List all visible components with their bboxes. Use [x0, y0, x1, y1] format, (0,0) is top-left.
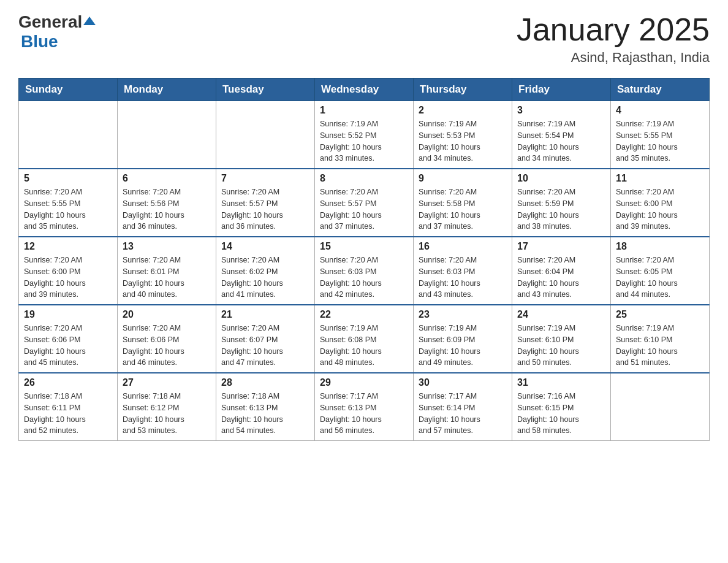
calendar-day-cell: 21Sunrise: 7:20 AMSunset: 6:07 PMDayligh…	[216, 305, 315, 373]
calendar-day-cell: 14Sunrise: 7:20 AMSunset: 6:02 PMDayligh…	[216, 237, 315, 305]
calendar-day-cell: 15Sunrise: 7:20 AMSunset: 6:03 PMDayligh…	[315, 237, 414, 305]
day-number: 9	[419, 173, 507, 184]
day-info: Sunrise: 7:20 AMSunset: 5:59 PMDaylight:…	[517, 186, 605, 232]
day-info: Sunrise: 7:20 AMSunset: 5:56 PMDaylight:…	[123, 186, 211, 232]
calendar-day-cell: 4Sunrise: 7:19 AMSunset: 5:55 PMDaylight…	[611, 101, 710, 169]
day-info: Sunrise: 7:19 AMSunset: 6:10 PMDaylight:…	[517, 323, 605, 369]
calendar-day-cell: 26Sunrise: 7:18 AMSunset: 6:11 PMDayligh…	[19, 373, 118, 441]
day-info: Sunrise: 7:20 AMSunset: 5:57 PMDaylight:…	[221, 186, 309, 232]
calendar-week-row: 12Sunrise: 7:20 AMSunset: 6:00 PMDayligh…	[19, 237, 710, 305]
calendar-header-thursday: Thursday	[414, 79, 512, 101]
month-title: January 2025	[517, 12, 710, 47]
day-number: 11	[616, 173, 704, 184]
day-number: 27	[123, 377, 211, 388]
calendar-day-cell: 31Sunrise: 7:16 AMSunset: 6:15 PMDayligh…	[512, 373, 611, 441]
day-number: 18	[616, 241, 704, 252]
calendar-day-cell: 16Sunrise: 7:20 AMSunset: 6:03 PMDayligh…	[414, 237, 512, 305]
calendar-day-cell: 30Sunrise: 7:17 AMSunset: 6:14 PMDayligh…	[414, 373, 512, 441]
day-number: 2	[419, 105, 507, 116]
calendar-week-row: 26Sunrise: 7:18 AMSunset: 6:11 PMDayligh…	[19, 373, 710, 441]
calendar-day-cell: 27Sunrise: 7:18 AMSunset: 6:12 PMDayligh…	[118, 373, 216, 441]
calendar-day-cell: 7Sunrise: 7:20 AMSunset: 5:57 PMDaylight…	[216, 169, 315, 237]
day-info: Sunrise: 7:17 AMSunset: 6:13 PMDaylight:…	[320, 391, 408, 437]
day-number: 5	[24, 173, 112, 184]
day-info: Sunrise: 7:19 AMSunset: 5:53 PMDaylight:…	[419, 118, 507, 164]
calendar-day-cell: 3Sunrise: 7:19 AMSunset: 5:54 PMDaylight…	[512, 101, 611, 169]
calendar-day-cell	[216, 101, 315, 169]
calendar-header-friday: Friday	[512, 79, 611, 101]
day-info: Sunrise: 7:20 AMSunset: 6:04 PMDaylight:…	[517, 255, 605, 301]
calendar-day-cell	[118, 101, 216, 169]
calendar-day-cell: 23Sunrise: 7:19 AMSunset: 6:09 PMDayligh…	[414, 305, 512, 373]
page-header: General Blue January 2025 Asind, Rajasth…	[18, 12, 710, 66]
day-number: 10	[517, 173, 605, 184]
day-info: Sunrise: 7:19 AMSunset: 5:52 PMDaylight:…	[320, 118, 408, 164]
day-number: 7	[221, 173, 309, 184]
calendar-day-cell: 18Sunrise: 7:20 AMSunset: 6:05 PMDayligh…	[611, 237, 710, 305]
logo: General Blue	[18, 12, 96, 52]
calendar: SundayMondayTuesdayWednesdayThursdayFrid…	[18, 78, 710, 441]
day-info: Sunrise: 7:20 AMSunset: 5:58 PMDaylight:…	[419, 186, 507, 232]
calendar-day-cell: 22Sunrise: 7:19 AMSunset: 6:08 PMDayligh…	[315, 305, 414, 373]
calendar-day-cell: 19Sunrise: 7:20 AMSunset: 6:06 PMDayligh…	[19, 305, 118, 373]
calendar-day-cell: 13Sunrise: 7:20 AMSunset: 6:01 PMDayligh…	[118, 237, 216, 305]
day-number: 12	[24, 241, 112, 252]
calendar-week-row: 1Sunrise: 7:19 AMSunset: 5:52 PMDaylight…	[19, 101, 710, 169]
logo-general: General	[18, 12, 82, 32]
calendar-week-row: 19Sunrise: 7:20 AMSunset: 6:06 PMDayligh…	[19, 305, 710, 373]
day-number: 30	[419, 377, 507, 388]
day-info: Sunrise: 7:16 AMSunset: 6:15 PMDaylight:…	[517, 391, 605, 437]
location: Asind, Rajasthan, India	[517, 50, 710, 66]
day-number: 25	[616, 309, 704, 320]
day-info: Sunrise: 7:20 AMSunset: 6:00 PMDaylight:…	[24, 255, 112, 301]
day-info: Sunrise: 7:17 AMSunset: 6:14 PMDaylight:…	[419, 391, 507, 437]
day-info: Sunrise: 7:19 AMSunset: 5:55 PMDaylight:…	[616, 118, 704, 164]
calendar-day-cell: 2Sunrise: 7:19 AMSunset: 5:53 PMDaylight…	[414, 101, 512, 169]
day-info: Sunrise: 7:20 AMSunset: 6:03 PMDaylight:…	[419, 255, 507, 301]
day-info: Sunrise: 7:20 AMSunset: 5:57 PMDaylight:…	[320, 186, 408, 232]
day-number: 22	[320, 309, 408, 320]
calendar-day-cell: 5Sunrise: 7:20 AMSunset: 5:55 PMDaylight…	[19, 169, 118, 237]
calendar-day-cell: 9Sunrise: 7:20 AMSunset: 5:58 PMDaylight…	[414, 169, 512, 237]
calendar-day-cell: 20Sunrise: 7:20 AMSunset: 6:06 PMDayligh…	[118, 305, 216, 373]
calendar-day-cell: 1Sunrise: 7:19 AMSunset: 5:52 PMDaylight…	[315, 101, 414, 169]
day-number: 24	[517, 309, 605, 320]
day-number: 17	[517, 241, 605, 252]
day-info: Sunrise: 7:20 AMSunset: 6:07 PMDaylight:…	[221, 323, 309, 369]
day-info: Sunrise: 7:20 AMSunset: 6:05 PMDaylight:…	[616, 255, 704, 301]
calendar-day-cell: 17Sunrise: 7:20 AMSunset: 6:04 PMDayligh…	[512, 237, 611, 305]
day-info: Sunrise: 7:20 AMSunset: 6:02 PMDaylight:…	[221, 255, 309, 301]
day-number: 14	[221, 241, 309, 252]
day-info: Sunrise: 7:20 AMSunset: 6:01 PMDaylight:…	[123, 255, 211, 301]
day-number: 15	[320, 241, 408, 252]
day-info: Sunrise: 7:20 AMSunset: 6:06 PMDaylight:…	[24, 323, 112, 369]
calendar-header-tuesday: Tuesday	[216, 79, 315, 101]
day-number: 6	[123, 173, 211, 184]
day-info: Sunrise: 7:20 AMSunset: 6:06 PMDaylight:…	[123, 323, 211, 369]
day-number: 16	[419, 241, 507, 252]
day-number: 8	[320, 173, 408, 184]
day-info: Sunrise: 7:20 AMSunset: 6:03 PMDaylight:…	[320, 255, 408, 301]
day-info: Sunrise: 7:18 AMSunset: 6:13 PMDaylight:…	[221, 391, 309, 437]
day-info: Sunrise: 7:19 AMSunset: 5:54 PMDaylight:…	[517, 118, 605, 164]
day-number: 1	[320, 105, 408, 116]
day-info: Sunrise: 7:19 AMSunset: 6:09 PMDaylight:…	[419, 323, 507, 369]
calendar-day-cell: 6Sunrise: 7:20 AMSunset: 5:56 PMDaylight…	[118, 169, 216, 237]
calendar-day-cell	[19, 101, 118, 169]
day-info: Sunrise: 7:19 AMSunset: 6:08 PMDaylight:…	[320, 323, 408, 369]
day-info: Sunrise: 7:20 AMSunset: 5:55 PMDaylight:…	[24, 186, 112, 232]
day-info: Sunrise: 7:19 AMSunset: 6:10 PMDaylight:…	[616, 323, 704, 369]
logo-blue: Blue	[21, 32, 58, 52]
calendar-header-row: SundayMondayTuesdayWednesdayThursdayFrid…	[19, 79, 710, 101]
day-number: 21	[221, 309, 309, 320]
calendar-day-cell: 28Sunrise: 7:18 AMSunset: 6:13 PMDayligh…	[216, 373, 315, 441]
title-section: January 2025 Asind, Rajasthan, India	[517, 12, 710, 66]
calendar-week-row: 5Sunrise: 7:20 AMSunset: 5:55 PMDaylight…	[19, 169, 710, 237]
day-number: 26	[24, 377, 112, 388]
day-number: 19	[24, 309, 112, 320]
calendar-day-cell: 12Sunrise: 7:20 AMSunset: 6:00 PMDayligh…	[19, 237, 118, 305]
calendar-day-cell: 10Sunrise: 7:20 AMSunset: 5:59 PMDayligh…	[512, 169, 611, 237]
calendar-day-cell: 11Sunrise: 7:20 AMSunset: 6:00 PMDayligh…	[611, 169, 710, 237]
day-number: 4	[616, 105, 704, 116]
calendar-day-cell: 8Sunrise: 7:20 AMSunset: 5:57 PMDaylight…	[315, 169, 414, 237]
